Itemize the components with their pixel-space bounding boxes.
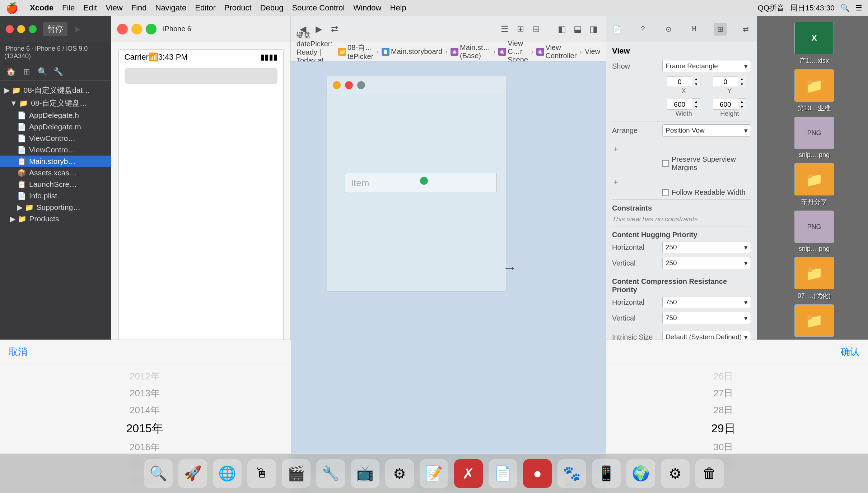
menu-navigate[interactable]: Navigate (155, 3, 187, 13)
dock-quicktime[interactable]: 🎬 (282, 459, 311, 488)
dock-notes[interactable]: 📝 (420, 459, 448, 488)
menu-xcode[interactable]: Xcode (30, 3, 53, 13)
dock-launchpad[interactable]: 🚀 (178, 459, 207, 488)
x-decrement[interactable]: ▼ (692, 82, 700, 87)
height-increment[interactable]: ▲ (738, 99, 746, 104)
menu-product[interactable]: Product (224, 3, 252, 13)
dock-browser[interactable]: 🌍 (626, 459, 655, 488)
breadcrumb-item-5[interactable]: View (585, 47, 600, 56)
standard-editor-button[interactable]: ☰ (498, 23, 511, 36)
close-button[interactable] (6, 25, 14, 33)
sidebar-item-viewcontroller2[interactable]: 📄 ViewContro… (0, 144, 111, 156)
y-increment[interactable]: ▲ (738, 76, 746, 82)
dock-simulator[interactable]: 📱 (592, 459, 621, 488)
sidebar-item-viewcontroller1[interactable]: 📄 ViewContro… (0, 133, 111, 144)
desktop-file-folder1[interactable]: 📁 第13…业准 (789, 69, 839, 112)
sim-close-button[interactable] (117, 24, 128, 34)
arrange-select[interactable]: Position Vow ▾ (662, 124, 751, 137)
height-value[interactable]: 600 (713, 99, 738, 110)
menu-file[interactable]: File (62, 3, 75, 13)
inspector-connections-icon[interactable]: ⇄ (739, 23, 752, 36)
preserve-superview-checkbox[interactable] (662, 160, 669, 167)
menu-editor[interactable]: Editor (195, 3, 215, 13)
sidebar-search-icon[interactable]: 🔍 (36, 65, 49, 78)
iphone-search-field[interactable] (125, 68, 277, 84)
menu-window[interactable]: Window (353, 3, 381, 13)
breadcrumb-item-0[interactable]: 📁 08-自…tePicker (338, 43, 373, 61)
menu-debug[interactable]: Debug (260, 3, 284, 13)
height-decrement[interactable]: ▼ (738, 104, 746, 110)
inspector-size-icon[interactable]: ⊞ (714, 23, 727, 36)
add-constraint-plus-button[interactable]: + (612, 143, 620, 155)
sidebar-grid-icon[interactable]: ⊞ (20, 65, 33, 78)
dock-trash[interactable]: 🗑 (695, 459, 724, 488)
navigator-toggle[interactable]: ◧ (556, 23, 569, 36)
dock-finder[interactable]: 🔍 (144, 459, 173, 488)
breadcrumb-item-1[interactable]: 📋 Main.storyboard (382, 47, 442, 56)
sidebar-filter-icon[interactable]: 🔧 (52, 65, 65, 78)
inspector-quick-help-icon[interactable]: ? (636, 23, 649, 36)
hugging-vertical-select[interactable]: 250 ▾ (662, 257, 751, 269)
width-decrement[interactable]: ▼ (692, 104, 700, 110)
menu-find[interactable]: Find (131, 3, 147, 13)
dock-system[interactable]: ⚙ (385, 459, 414, 488)
menu-source-control[interactable]: Source Control (292, 3, 345, 13)
y-value[interactable]: 0 (713, 76, 738, 87)
storyboard-canvas[interactable]: Item → (291, 61, 606, 474)
run-button[interactable]: ▶ (71, 23, 84, 36)
sim-maximize-button[interactable] (146, 24, 157, 34)
minimize-button[interactable] (17, 25, 25, 33)
apple-menu[interactable]: 🍎 (6, 2, 18, 14)
menu-help[interactable]: Help (390, 3, 406, 13)
menu-view[interactable]: View (106, 3, 122, 13)
sidebar-item-mainstoryboard[interactable]: 📋 Main.storyb… (0, 156, 111, 167)
x-value[interactable]: 0 (667, 76, 692, 87)
compression-horizontal-select[interactable]: 750 ▾ (662, 296, 751, 308)
device-selector[interactable]: iPhone 6 · iPhone 6 / iOS 9.0 (13A340) (0, 42, 111, 63)
sidebar-item-launchscreen[interactable]: 📋 LaunchScre… (0, 179, 111, 190)
x-increment[interactable]: ▲ (692, 76, 700, 82)
compression-vertical-select[interactable]: 750 ▾ (662, 312, 751, 324)
desktop-file-xlsx[interactable]: X 产1….xlsx (789, 22, 839, 65)
inspector-toggle[interactable]: ◨ (587, 23, 600, 36)
desktop-file-png1[interactable]: PNG snip….png (789, 117, 839, 159)
show-select[interactable]: Frame Rectangle ▾ (662, 60, 751, 72)
desktop-file-folder3[interactable]: 📁 07-…(优化) (789, 257, 839, 300)
sidebar-home-icon[interactable]: 🏠 (4, 65, 17, 78)
inspector-attributes-icon[interactable]: 🎚 (688, 23, 701, 36)
sidebar-item-group1[interactable]: ▶ 📁 08-自定义键盘dat… (0, 84, 111, 97)
dock-records[interactable]: ● (523, 459, 552, 488)
dock-mouse[interactable]: 🖱 (247, 459, 276, 488)
dock-pages[interactable]: 📄 (489, 459, 517, 488)
add-constraint-plus2-button[interactable]: + (612, 176, 620, 188)
breadcrumb-item-3[interactable]: ◉ View C…r Scene (498, 39, 528, 64)
dock-xmind[interactable]: ✗ (454, 459, 483, 488)
desktop-file-folder2[interactable]: 📁 车丹分享 (789, 163, 839, 206)
inspector-file-icon[interactable]: 📄 (611, 23, 624, 36)
sidebar-item-subgroup1[interactable]: ▼ 📁 08-自定义键盘… (0, 97, 111, 110)
breadcrumb-item-2[interactable]: ◉ Main.st…(Base) (451, 43, 490, 60)
search-icon[interactable]: 🔍 (840, 4, 850, 12)
dock-safari[interactable]: 🌐 (213, 459, 242, 488)
sidebar-item-appdelegate-m[interactable]: 📄 AppDelegate.m (0, 121, 111, 133)
sidebar-item-appdelegate-h[interactable]: 📄 AppDelegate.h (0, 110, 111, 121)
breadcrumb-item-4[interactable]: ◉ View Controller (536, 43, 577, 60)
follow-readable-checkbox[interactable] (662, 189, 669, 196)
version-editor-button[interactable]: ⊟ (530, 23, 543, 36)
wheel-year[interactable]: 2012年 2013年 2014年 2015年 2016年 2017年 2018… (118, 368, 284, 373)
dock-tools[interactable]: 🔧 (316, 459, 345, 488)
maximize-button[interactable] (29, 25, 37, 33)
inspector-identity-icon[interactable]: ⊙ (662, 23, 675, 36)
menu-edit[interactable]: Edit (83, 3, 97, 13)
sidebar-item-supporting[interactable]: ▶ 📁 Supporting… (0, 202, 111, 213)
width-value[interactable]: 600 (667, 99, 692, 110)
sidebar-item-products[interactable]: ▶ 📁 Products (0, 213, 111, 225)
dock-paw[interactable]: 🐾 (557, 459, 586, 488)
desktop-file-png2[interactable]: PNG snip….png (789, 211, 839, 253)
y-decrement[interactable]: ▼ (738, 82, 746, 87)
sim-minimize-button[interactable] (131, 24, 142, 34)
sidebar-item-infoplist[interactable]: 📄 Info.plist (0, 190, 111, 202)
debug-toggle[interactable]: ⬓ (571, 23, 584, 36)
dock-prefs[interactable]: ⚙ (661, 459, 690, 488)
menubar-menu-icon[interactable]: ☰ (855, 4, 862, 12)
